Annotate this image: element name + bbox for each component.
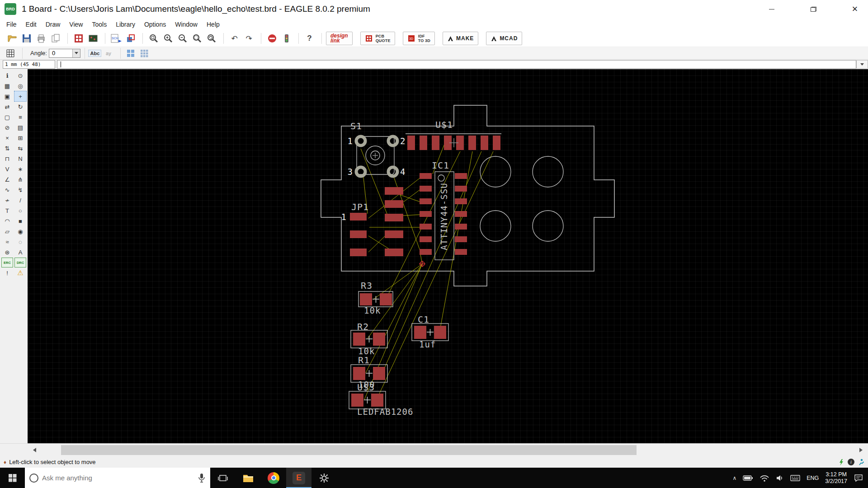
volume-icon[interactable] bbox=[776, 474, 784, 482]
info-tool[interactable]: ℹ bbox=[1, 70, 13, 80]
move-tool[interactable]: + bbox=[14, 91, 26, 101]
array-2x2-button[interactable] bbox=[125, 48, 137, 59]
component-jp1[interactable]: JP1 1 bbox=[341, 187, 403, 256]
board-outline[interactable] bbox=[321, 105, 614, 286]
polygon-tool[interactable]: ▱ bbox=[1, 226, 13, 236]
circle-tool[interactable]: ○ bbox=[14, 206, 26, 216]
hidden-icons-chevron[interactable]: ∧ bbox=[732, 475, 736, 481]
command-input[interactable] bbox=[57, 60, 856, 69]
text-ratio-button[interactable]: ay bbox=[103, 48, 114, 59]
menu-item[interactable]: Library bbox=[111, 19, 140, 29]
component-ic1[interactable]: IC1 ATTINY44-SSU bbox=[420, 160, 467, 260]
component-s1[interactable]: S1 1 2 3 4 bbox=[348, 121, 406, 177]
text-style-button[interactable]: Abc bbox=[89, 48, 101, 59]
array-3x3-button[interactable] bbox=[138, 48, 150, 59]
delete-tool[interactable]: × bbox=[1, 133, 13, 143]
mounting-holes[interactable] bbox=[480, 156, 563, 241]
pinswap-tool[interactable]: ⇅ bbox=[1, 143, 13, 153]
rotate-tool[interactable]: ↻ bbox=[14, 102, 26, 112]
menu-item[interactable]: File bbox=[2, 19, 21, 29]
paste-tool[interactable]: ▤ bbox=[14, 122, 26, 132]
board-drawing[interactable]: S1 1 2 3 4 U$1 bbox=[28, 69, 868, 443]
route-tool[interactable]: ↯ bbox=[14, 185, 26, 195]
display-tool[interactable]: ▦ bbox=[1, 81, 13, 91]
board-canvas[interactable]: S1 1 2 3 4 U$1 bbox=[28, 69, 868, 443]
scrollbar-thumb[interactable] bbox=[61, 445, 637, 455]
airwires[interactable] bbox=[361, 144, 493, 399]
replace-tool[interactable]: ⇆ bbox=[14, 143, 26, 153]
scroll-right-button[interactable] bbox=[854, 444, 868, 456]
eagle-taskbar-button[interactable]: E bbox=[286, 468, 311, 488]
lock-tool[interactable]: ⊓ bbox=[1, 154, 13, 164]
idf-to-3d-button[interactable]: 3D IDF TO 3D bbox=[403, 32, 435, 45]
smash-tool[interactable]: ∗ bbox=[14, 164, 26, 174]
value-tool[interactable]: V bbox=[1, 164, 13, 174]
file-explorer-button[interactable] bbox=[236, 468, 261, 488]
menu-item[interactable]: Draw bbox=[41, 19, 65, 29]
start-button[interactable] bbox=[0, 468, 25, 488]
grid-button[interactable] bbox=[5, 48, 16, 59]
switch-to-schematic-button[interactable]: SCH bbox=[109, 32, 123, 45]
hole-tool[interactable]: ◌ bbox=[14, 237, 26, 247]
cut-tool[interactable]: ⊘ bbox=[1, 122, 13, 132]
power-status-icon[interactable] bbox=[839, 459, 844, 466]
chrome-button[interactable] bbox=[261, 468, 286, 488]
stop-button[interactable] bbox=[265, 32, 278, 45]
taskbar-search[interactable] bbox=[25, 468, 210, 488]
save-button[interactable] bbox=[20, 32, 33, 45]
menu-item[interactable]: Help bbox=[202, 19, 224, 29]
design-link-button[interactable]: design link bbox=[326, 32, 353, 45]
drc-tool[interactable]: DRC bbox=[14, 258, 26, 267]
mark-tool[interactable]: ◎ bbox=[14, 81, 26, 91]
run-script-button[interactable] bbox=[280, 32, 293, 45]
layer-settings-button[interactable] bbox=[124, 32, 137, 45]
make-button[interactable]: MAKE bbox=[443, 32, 478, 45]
component-c1[interactable]: C1 1uf bbox=[412, 314, 448, 349]
info-icon[interactable]: i bbox=[848, 459, 854, 465]
zoom-in-button[interactable] bbox=[161, 32, 175, 45]
mirror-tool[interactable]: ⇄ bbox=[1, 102, 13, 112]
settings-button[interactable] bbox=[311, 468, 337, 488]
mcad-button[interactable]: MCAD bbox=[486, 32, 522, 45]
group-tool[interactable]: ▢ bbox=[1, 112, 13, 122]
open-button[interactable] bbox=[5, 32, 19, 45]
errors-tool[interactable]: ! bbox=[1, 268, 13, 278]
activity-icon[interactable] bbox=[858, 459, 864, 466]
language-indicator[interactable]: ENG bbox=[807, 475, 819, 481]
show-tool[interactable]: ⊙ bbox=[14, 70, 26, 80]
menu-item[interactable]: Edit bbox=[21, 19, 41, 29]
name-tool[interactable]: N bbox=[14, 154, 26, 164]
wire-tool[interactable]: / bbox=[14, 195, 26, 205]
signal-tool[interactable]: ≈ bbox=[1, 237, 13, 247]
help-button[interactable]: ? bbox=[303, 32, 316, 45]
task-view-button[interactable] bbox=[210, 468, 236, 488]
ratsnest-tool[interactable]: ⊛ bbox=[1, 247, 13, 257]
zoom-out-button[interactable] bbox=[176, 32, 189, 45]
print-button[interactable] bbox=[34, 32, 47, 45]
restore-button[interactable] bbox=[800, 0, 826, 18]
touch-keyboard-icon[interactable] bbox=[790, 474, 800, 482]
action-center-icon[interactable] bbox=[854, 474, 863, 483]
split-tool[interactable]: ⋔ bbox=[14, 174, 26, 184]
angle-select[interactable]: 0 bbox=[49, 49, 80, 58]
undo-button[interactable]: ↶ bbox=[228, 32, 241, 45]
horizontal-scrollbar[interactable] bbox=[0, 443, 868, 456]
menu-item[interactable]: Options bbox=[140, 19, 170, 29]
change-tool[interactable]: ≡ bbox=[14, 112, 26, 122]
via-tool[interactable]: ◉ bbox=[14, 226, 26, 236]
warning-icon[interactable]: ⚠ bbox=[14, 268, 26, 278]
ripup-tool[interactable]: ≁ bbox=[1, 195, 13, 205]
battery-icon[interactable] bbox=[743, 474, 753, 483]
wifi-icon[interactable] bbox=[760, 474, 769, 482]
redo-button[interactable]: ↷ bbox=[242, 32, 255, 45]
export-image-button[interactable] bbox=[49, 32, 62, 45]
component-r3[interactable]: R3 10k bbox=[359, 280, 393, 315]
menu-item[interactable]: View bbox=[65, 19, 87, 29]
menu-item[interactable]: Window bbox=[170, 19, 202, 29]
pcb-quote-button[interactable]: PCB QUOTE bbox=[360, 32, 395, 45]
copy-tool[interactable]: ▣ bbox=[1, 91, 13, 101]
scroll-left-button[interactable] bbox=[28, 444, 42, 456]
close-button[interactable]: × bbox=[842, 0, 868, 18]
menu-item[interactable]: Tools bbox=[87, 19, 111, 29]
origin-marker[interactable] bbox=[419, 261, 425, 267]
